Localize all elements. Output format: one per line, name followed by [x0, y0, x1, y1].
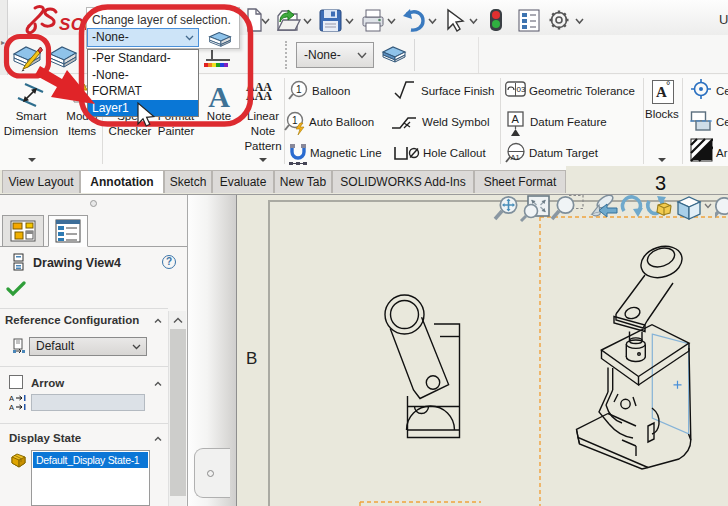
svg-text:A: A: [512, 113, 520, 125]
svg-text:A1: A1: [511, 153, 520, 162]
svg-text:A: A: [9, 403, 14, 411]
svg-text:A: A: [9, 394, 14, 403]
svg-text:1: 1: [292, 115, 298, 126]
svg-text:1: 1: [296, 84, 302, 95]
svg-text:03: 03: [517, 85, 526, 94]
